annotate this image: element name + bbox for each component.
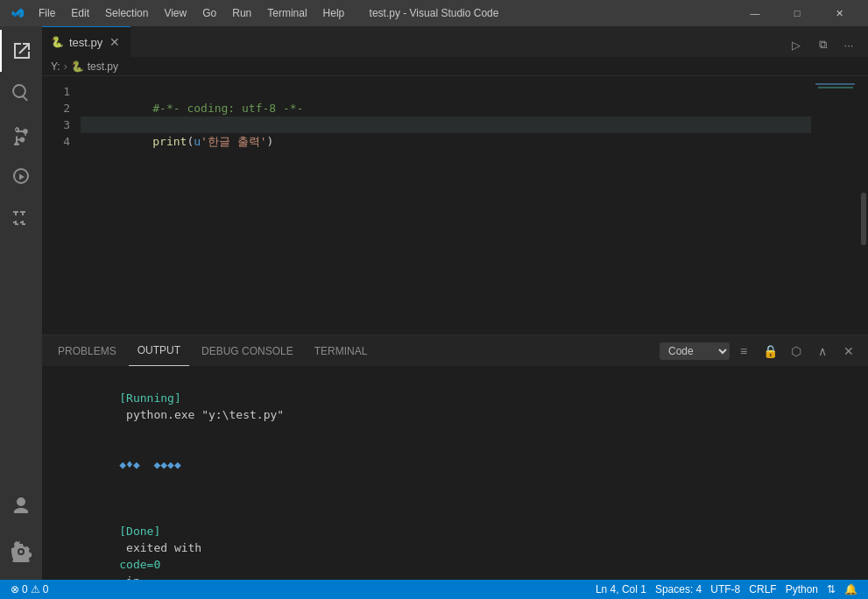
menu-edit[interactable]: Edit xyxy=(64,5,96,21)
panel-maximize-button[interactable]: ∧ xyxy=(810,339,835,363)
main-content: 🐍 test.py ✕ ▷ ⧉ ··· Y: › 🐍 test.py 1 2 3 xyxy=(0,26,868,580)
error-count: 0 xyxy=(22,583,28,595)
output-line-4: [Done] exited with code=0 in 0.477 secon… xyxy=(51,506,859,580)
breadcrumb-drive: Y: xyxy=(51,60,60,73)
status-notifications[interactable]: 🔔 xyxy=(841,580,861,599)
activity-bar-bottom xyxy=(0,485,42,580)
panel-tabs: PROBLEMS OUTPUT DEBUG CONSOLE TERMINAL C… xyxy=(42,335,868,366)
editor-area: 🐍 test.py ✕ ▷ ⧉ ··· Y: › 🐍 test.py 1 2 3 xyxy=(42,26,868,580)
output-source-select[interactable]: Code Python xyxy=(660,342,730,360)
panel: PROBLEMS OUTPUT DEBUG CONSOLE TERMINAL C… xyxy=(42,335,868,580)
search-icon[interactable] xyxy=(0,72,42,114)
status-line-ending[interactable]: CRLF xyxy=(745,580,780,599)
explorer-icon[interactable] xyxy=(0,30,42,72)
tab-test-py[interactable]: 🐍 test.py ✕ xyxy=(42,26,131,57)
python-file-icon: 🐍 xyxy=(51,36,64,48)
settings-icon[interactable] xyxy=(0,531,42,573)
status-position[interactable]: Ln 4, Col 1 xyxy=(592,580,650,599)
account-icon[interactable] xyxy=(0,485,42,527)
split-editor-button[interactable]: ⧉ xyxy=(810,32,835,57)
minimize-button[interactable]: — xyxy=(735,0,775,26)
line-num-3: 3 xyxy=(42,116,70,133)
line-num-4: 4 xyxy=(42,133,70,150)
editor-scrollbar[interactable] xyxy=(859,76,868,335)
activity-bar xyxy=(0,26,42,580)
remote-icon: ⇅ xyxy=(827,583,836,595)
run-file-button[interactable]: ▷ xyxy=(784,32,808,57)
vscode-logo xyxy=(9,5,25,21)
extensions-icon[interactable] xyxy=(0,198,42,240)
output-line-2: ◆♦◆ ◆◆◆◆ xyxy=(51,440,859,490)
status-bar: ⊗ 0 ⚠ 0 Ln 4, Col 1 Spaces: 4 UTF-8 CRLF… xyxy=(0,580,868,599)
minimap-code-line xyxy=(818,87,853,88)
tab-bar: 🐍 test.py ✕ ▷ ⧉ ··· xyxy=(42,26,868,57)
status-spaces[interactable]: Spaces: 4 xyxy=(652,580,705,599)
status-errors[interactable]: ⊗ 0 ⚠ 0 xyxy=(7,580,52,599)
title-bar-left: File Edit Selection View Go Run Terminal… xyxy=(9,5,351,21)
warning-count: 0 xyxy=(43,583,49,595)
output-line-3 xyxy=(51,490,859,506)
lock-scroll-button[interactable]: 🔒 xyxy=(758,339,782,363)
breadcrumb-separator: › xyxy=(64,60,67,73)
breadcrumb-file-icon: 🐍 xyxy=(71,60,84,73)
status-bar-right: Ln 4, Col 1 Spaces: 4 UTF-8 CRLF Python … xyxy=(592,580,861,599)
status-remote-icon[interactable]: ⇅ xyxy=(823,580,839,599)
menu-terminal[interactable]: Terminal xyxy=(260,5,314,21)
breadcrumb-file: test.py xyxy=(88,60,118,73)
line-numbers: 1 2 3 4 xyxy=(42,76,77,335)
output-line-1: [Running] python.exe "y:\test.py" xyxy=(51,373,859,440)
menu-selection[interactable]: Selection xyxy=(98,5,155,21)
error-icon: ⊗ xyxy=(11,583,19,595)
clear-output-button[interactable]: ≡ xyxy=(731,339,756,363)
menu-view[interactable]: View xyxy=(157,5,194,21)
menu-bar: File Edit Selection View Go Run Terminal… xyxy=(32,5,351,21)
status-encoding[interactable]: UTF-8 xyxy=(707,580,744,599)
minimap-line xyxy=(815,83,855,85)
title-bar: File Edit Selection View Go Run Terminal… xyxy=(0,0,868,26)
panel-close-button[interactable]: ✕ xyxy=(836,339,861,363)
breadcrumb: Y: › 🐍 test.py xyxy=(42,57,868,76)
panel-content[interactable]: [Running] python.exe "y:\test.py" ◆♦◆ ◆◆… xyxy=(42,366,868,580)
tab-close-button[interactable]: ✕ xyxy=(108,35,122,49)
tab-label: test.py xyxy=(69,36,102,49)
panel-tab-output[interactable]: OUTPUT xyxy=(129,335,189,366)
menu-run[interactable]: Run xyxy=(225,5,258,21)
line-num-2: 2 xyxy=(42,100,70,116)
panel-tab-problems[interactable]: PROBLEMS xyxy=(49,335,125,366)
close-button[interactable]: ✕ xyxy=(819,0,859,26)
panel-tab-debug-console[interactable]: DEBUG CONSOLE xyxy=(193,335,302,366)
panel-tab-actions: Code Python ≡ 🔒 ⬡ ∧ ✕ xyxy=(660,339,861,363)
open-in-editor-button[interactable]: ⬡ xyxy=(784,339,808,363)
maximize-button[interactable]: □ xyxy=(777,0,817,26)
code-line-1: #-*- coding: utf-8 -*- xyxy=(81,83,811,100)
menu-help[interactable]: Help xyxy=(316,5,352,21)
line-num-1: 1 xyxy=(42,83,70,100)
menu-file[interactable]: File xyxy=(32,5,62,21)
more-actions-button[interactable]: ··· xyxy=(836,32,861,57)
code-line-3: print(u'한글 출력') xyxy=(81,116,811,133)
warning-icon: ⚠ xyxy=(31,583,40,595)
scrollbar-thumb[interactable] xyxy=(861,193,866,245)
window-controls: — □ ✕ xyxy=(735,0,859,26)
panel-tab-terminal[interactable]: TERMINAL xyxy=(306,335,377,366)
window-title: test.py - Visual Studio Code xyxy=(370,7,499,19)
code-editor[interactable]: 1 2 3 4 #-*- coding: utf-8 -*- print(u'한… xyxy=(42,76,868,335)
minimap xyxy=(811,76,859,335)
bell-icon: 🔔 xyxy=(844,583,857,595)
source-control-icon[interactable] xyxy=(0,114,42,156)
menu-go[interactable]: Go xyxy=(195,5,223,21)
status-language[interactable]: Python xyxy=(782,580,822,599)
code-content[interactable]: #-*- coding: utf-8 -*- print(u'한글 출력') xyxy=(77,76,811,335)
run-debug-icon[interactable] xyxy=(0,156,42,198)
